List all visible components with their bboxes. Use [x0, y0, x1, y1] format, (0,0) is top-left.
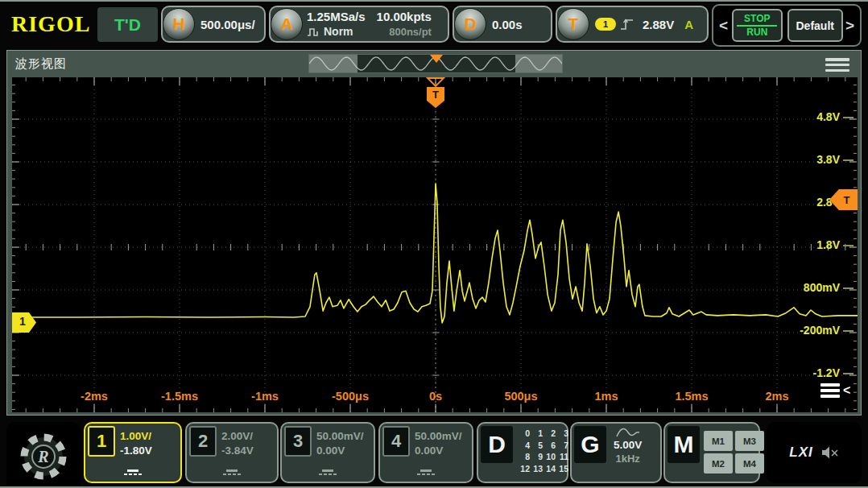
horizontal-knob-icon[interactable]: H: [163, 8, 195, 40]
digital-line-11: 11: [560, 452, 568, 464]
top-toolbar: RIGOL T'D H 500.00μs/ A 1.25MSa/s Norm 1…: [0, 2, 868, 48]
prev-arrow[interactable]: <: [717, 17, 730, 35]
digital-line-14: 14: [546, 464, 556, 476]
channel-3-button[interactable]: 350.00mV/0.00V: [280, 422, 375, 483]
default-button[interactable]: Default: [787, 9, 843, 42]
time-label: -2ms: [81, 390, 108, 403]
digital-line-9: 9: [538, 452, 543, 464]
channel-4-values: 50.00mV/0.00V: [415, 429, 462, 458]
digital-line-1: 1: [538, 428, 543, 440]
channel-2-values: 2.00V/-3.84V: [221, 429, 254, 458]
math-badge: M: [668, 426, 700, 463]
run-label: RUN: [746, 27, 767, 38]
channel-2-badge: 2: [189, 426, 217, 457]
channel-label-icon: [415, 469, 436, 475]
svg-text:R: R: [37, 448, 48, 465]
digital-line-2: 2: [551, 428, 556, 440]
rigol-menu-gear-button[interactable]: R: [6, 422, 81, 488]
trigger-level-value: 2.88V: [643, 18, 674, 31]
acquisition-knob-icon[interactable]: A: [271, 8, 303, 40]
run-control-group: < STOP RUN Default >: [712, 4, 862, 47]
lxi-status-area: LXI: [767, 422, 862, 483]
math-button[interactable]: M M1M3M2M4: [663, 422, 760, 483]
speaker-muted-icon[interactable]: [821, 445, 839, 460]
digital-line-5: 5: [538, 440, 543, 453]
voltage-label: 800mV: [775, 281, 840, 294]
acquisition-settings-button[interactable]: A 1.25MSa/s Norm 10.00kpts 800ns/pt: [269, 6, 449, 43]
trigger-knob-icon[interactable]: T: [557, 8, 589, 40]
rigol-logo: RIGOL: [11, 11, 90, 37]
overview-offscreen-left: [309, 55, 358, 72]
time-label: -1.5ms: [161, 390, 198, 403]
a-letter: A: [280, 14, 292, 34]
t-letter: T: [568, 14, 579, 34]
timebase-value: 500.00μs/: [200, 18, 255, 31]
digital-line-4: 4: [525, 440, 530, 453]
trigger-sweep-mode: A: [684, 18, 693, 31]
channel-label-icon: [122, 469, 143, 475]
trigger-source-badge: 1: [595, 18, 616, 31]
channel-1-button[interactable]: 11.00V/-1.80V: [84, 422, 182, 483]
sine-wave-icon: [616, 427, 640, 438]
generator-badge: G: [574, 426, 606, 463]
trigger-settings-button[interactable]: T 1 2.88V A: [556, 6, 709, 43]
oscilloscope-screen: RIGOL T'D H 500.00μs/ A 1.25MSa/s Norm 1…: [0, 0, 868, 488]
digital-line-7: 7: [564, 440, 568, 453]
time-label: 1ms: [594, 390, 618, 403]
channel-2-button[interactable]: 22.00V/-3.84V: [185, 422, 279, 483]
voltage-label: -1.2V: [775, 366, 840, 379]
trigger-position-marker[interactable]: T: [427, 89, 444, 101]
top-edge-line: [0, 0, 868, 2]
digital-line-13: 13: [533, 464, 543, 476]
stop-label: STOP: [744, 14, 770, 24]
math-m2-button[interactable]: M2: [704, 453, 733, 474]
bottom-status-bar: R 11.00V/-1.80V22.00V/-3.84V350.00mV/0.0…: [0, 417, 868, 486]
time-label: 500μs: [504, 390, 537, 403]
digital-badge: D: [481, 426, 513, 463]
menu-bars-icon: [820, 383, 840, 398]
collapse-menu-icon[interactable]: <: [820, 383, 850, 398]
trigger-status-badge[interactable]: T'D: [97, 7, 158, 42]
waveform-grid: [12, 77, 858, 412]
h-letter: H: [172, 14, 184, 34]
channel-label-icon: [317, 469, 338, 475]
digital-line-15: 15: [559, 464, 568, 476]
stop-run-button[interactable]: STOP RUN: [732, 9, 782, 42]
next-arrow[interactable]: >: [843, 17, 857, 35]
delay-settings-button[interactable]: D 0.00s: [453, 6, 552, 43]
delay-value: 0.00s: [492, 18, 523, 31]
digital-line-numbers: 0123456789101112131415: [517, 428, 568, 475]
channel-label-icon: [221, 469, 242, 475]
view-menu-icon[interactable]: [825, 58, 849, 72]
overview-offscreen-right: [515, 55, 562, 72]
voltage-label: 4.8V: [775, 110, 840, 123]
time-label: -500μs: [332, 390, 369, 403]
rising-edge-icon: [620, 18, 634, 31]
channel-1-offset-marker[interactable]: 1: [14, 315, 31, 328]
waveform-plot[interactable]: T 1 T -2ms-1.5ms-1ms-500μs0s500μs1ms1.5m…: [12, 77, 858, 412]
sample-rate: 1.25MSa/s: [307, 9, 366, 24]
horizontal-settings-button[interactable]: H 500.00μs/: [161, 6, 266, 43]
generator-frequency: 1kHz: [615, 452, 639, 465]
voltage-label: 2.8V: [775, 196, 840, 209]
digital-line-3: 3: [564, 428, 568, 440]
math-m1-button[interactable]: M1: [704, 431, 733, 451]
acq-mode: Norm: [324, 24, 353, 39]
generator-voltage: 5.00V: [614, 438, 642, 452]
channel-4-button[interactable]: 450.00mV/0.00V: [378, 422, 473, 483]
math-m3-button[interactable]: M3: [735, 431, 764, 451]
digital-channels-button[interactable]: D 0123456789101112131415: [477, 422, 568, 483]
collapse-arrow-icon: <: [843, 383, 850, 398]
sample-resolution: 800ns/pt: [389, 24, 432, 39]
channel-4-badge: 4: [382, 426, 410, 457]
channel-1-values: 1.00V/-1.80V: [120, 429, 152, 458]
gear-icon: R: [16, 429, 71, 484]
delay-knob-icon[interactable]: D: [454, 8, 486, 40]
digital-line-10: 10: [546, 452, 556, 464]
voltage-label: 3.8V: [775, 153, 840, 166]
waveform-view-title: 波形视图: [15, 56, 67, 72]
generator-button[interactable]: G 5.00V 1kHz: [570, 422, 662, 483]
time-label: -1ms: [251, 390, 279, 403]
timebase-overview-bar[interactable]: [308, 54, 563, 73]
math-m4-button[interactable]: M4: [735, 453, 764, 474]
